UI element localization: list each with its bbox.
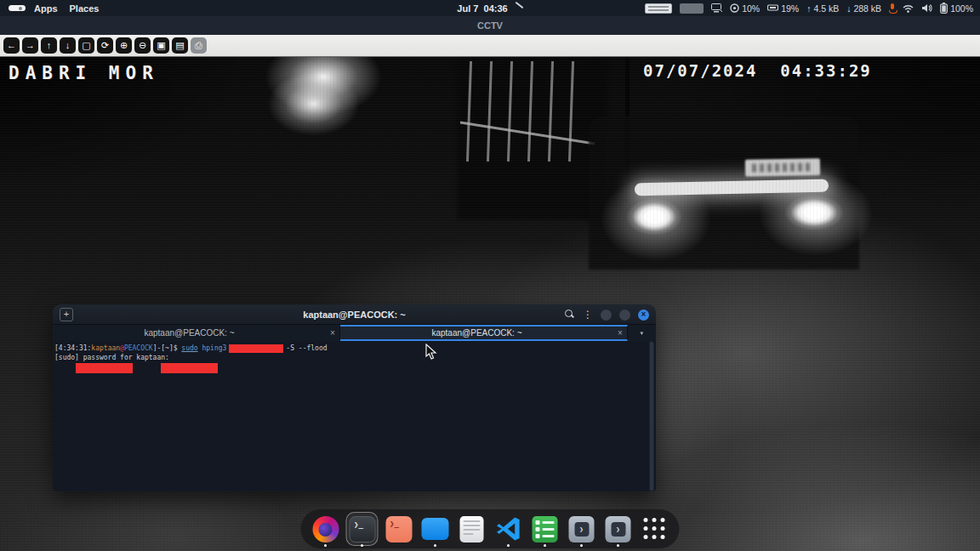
search-icon[interactable] (565, 310, 575, 320)
normal-size-icon: ▢ (82, 41, 90, 50)
tab-1-close-icon[interactable]: × (326, 328, 339, 338)
redaction-box-1 (76, 363, 133, 373)
up-icon: ↑ (47, 41, 52, 50)
mouse-cursor (425, 344, 437, 361)
viewer-toolbar: ← → ↑ ↓ ▢ ⟳ ⊕ ⊖ ▣ ▤ ⎙ (0, 35, 980, 57)
dock-item-files[interactable] (419, 510, 452, 548)
zoom-out-button[interactable]: ⊖ (134, 37, 151, 54)
maximize-button[interactable] (619, 310, 630, 321)
password-prompt-line: [sudo] password for kaptaan: (54, 353, 647, 362)
apps-menu[interactable]: Apps (34, 3, 58, 14)
copy-icon: ▤ (175, 41, 184, 50)
battery-indicator[interactable]: 100% (940, 3, 973, 14)
cpu-indicator[interactable]: 10% (730, 3, 760, 14)
battery-icon (940, 3, 948, 14)
upload-arrow-icon: ↑ (806, 3, 811, 14)
terminal-scrollbar[interactable] (649, 341, 654, 491)
close-button[interactable]: × (638, 310, 649, 321)
running-dot (324, 544, 327, 547)
tab-1[interactable]: kaptaan@PEACOCK: ~ × (53, 325, 340, 341)
screenshot-pen-icon (514, 3, 523, 13)
places-menu[interactable]: Places (70, 3, 100, 14)
net-up-indicator[interactable]: ↑ 4.5 kB (806, 3, 839, 14)
volume-icon[interactable] (921, 3, 932, 13)
wifi-icon[interactable] (903, 4, 914, 13)
zoom-out-icon: ⊖ (139, 41, 146, 50)
redaction-box-target (229, 344, 283, 353)
workspace-pill-icon (9, 5, 26, 11)
dock-item-app-grid[interactable] (639, 510, 671, 548)
boxes-icon: ❯ (569, 516, 595, 542)
dock-item-terminal-alt[interactable]: ❯_ (383, 510, 415, 548)
firefox-icon (312, 516, 339, 542)
screen-share-indicator[interactable] (711, 3, 722, 13)
forward-button[interactable]: → (22, 37, 38, 54)
forward-icon: → (26, 41, 35, 50)
best-fit-icon: ▣ (157, 41, 165, 50)
rotate-icon: ⟳ (101, 41, 109, 50)
running-dot (361, 544, 363, 547)
running-dot (434, 544, 436, 547)
monitor-icon (711, 3, 722, 13)
minimize-button[interactable] (601, 310, 612, 321)
redacted-line (54, 363, 647, 373)
best-fit-button[interactable]: ▣ (153, 37, 169, 54)
text-editor-icon (460, 516, 484, 542)
rotate-button[interactable]: ⟳ (97, 37, 113, 54)
camera-location-label: DABRI MOR (9, 63, 159, 83)
keyboard-layout-alt-icon[interactable] (680, 3, 704, 14)
print-button: ⎙ (191, 37, 207, 54)
download-arrow-icon: ↓ (846, 3, 851, 14)
memory-indicator[interactable]: 19% (767, 3, 799, 14)
cpu-icon (730, 3, 739, 13)
viewer-titlebar[interactable]: CCTV (0, 16, 980, 35)
zoom-in-icon: ⊕ (120, 41, 128, 50)
dock-item-terminal[interactable]: ❯_ (346, 510, 379, 548)
boxes-icon: ❯ (606, 516, 631, 542)
notes-icon (533, 516, 558, 542)
activities-indicator[interactable] (9, 5, 22, 11)
terminal-tabbar: kaptaan@PEACOCK: ~ × kaptaan@PEACOCK: ~ … (53, 325, 656, 341)
dock-item-text-editor[interactable] (456, 510, 488, 548)
down-button[interactable]: ↓ (60, 37, 76, 54)
keyboard-layout-icon[interactable] (645, 3, 672, 14)
running-dot (507, 544, 510, 547)
running-dot (617, 544, 619, 547)
files-icon (422, 518, 449, 540)
terminal-content[interactable]: [4:34:31:kaptaan@PEACOCK]-[~]$ sudo hpin… (53, 341, 656, 491)
terminal-titlebar[interactable]: + kaptaan@PEACOCK: ~ ⋮ × (53, 304, 656, 325)
zoom-in-button[interactable]: ⊕ (116, 37, 132, 54)
dock-item-firefox[interactable] (310, 510, 342, 548)
app-grid-icon (644, 518, 666, 540)
back-button[interactable]: ← (3, 37, 20, 54)
terminal-icon: ❯_ (349, 516, 375, 542)
dock-item-vscode[interactable] (493, 510, 525, 548)
tab-dropdown-button[interactable]: ▼ (628, 325, 656, 341)
new-tab-button[interactable]: + (60, 308, 73, 321)
net-down-indicator[interactable]: ↓ 288 kB (846, 3, 881, 14)
terminal-window: + kaptaan@PEACOCK: ~ ⋮ × kaptaan@PEACOCK… (53, 304, 656, 491)
command-line: [4:34:31:kaptaan@PEACOCK]-[~]$ sudo hpin… (54, 344, 647, 353)
top-panel: Apps Places Jul 7 04:36 10% 19% ↑ 4.5 (0, 0, 980, 16)
viewer-window-title: CCTV (477, 20, 503, 31)
running-dot (580, 544, 583, 547)
net-down-value: 288 kB (853, 3, 881, 14)
tab-2-close-icon[interactable]: × (613, 328, 627, 338)
redaction-box-2 (161, 363, 218, 373)
battery-value: 100% (950, 3, 973, 14)
microphone-icon[interactable] (889, 3, 895, 14)
running-dot (544, 544, 546, 547)
dock-item-boxes-2[interactable]: ❯ (602, 510, 635, 548)
back-icon: ← (7, 41, 16, 50)
dock-item-notes[interactable] (529, 510, 561, 548)
dock: ❯_ ❯_ ❯ (301, 509, 680, 548)
dock-item-boxes-1[interactable]: ❯ (566, 510, 598, 548)
up-button[interactable]: ↑ (41, 37, 57, 54)
normal-size-button[interactable]: ▢ (78, 37, 94, 54)
copy-button[interactable]: ▤ (172, 37, 188, 54)
clock[interactable]: Jul 7 04:36 (457, 3, 507, 14)
camera-timestamp: 07/07/2024 04:33:29 (643, 61, 872, 80)
print-icon: ⎙ (195, 41, 202, 50)
tab-2[interactable]: kaptaan@PEACOCK: ~ × (340, 325, 628, 341)
menu-kebab-icon[interactable]: ⋮ (583, 310, 593, 320)
